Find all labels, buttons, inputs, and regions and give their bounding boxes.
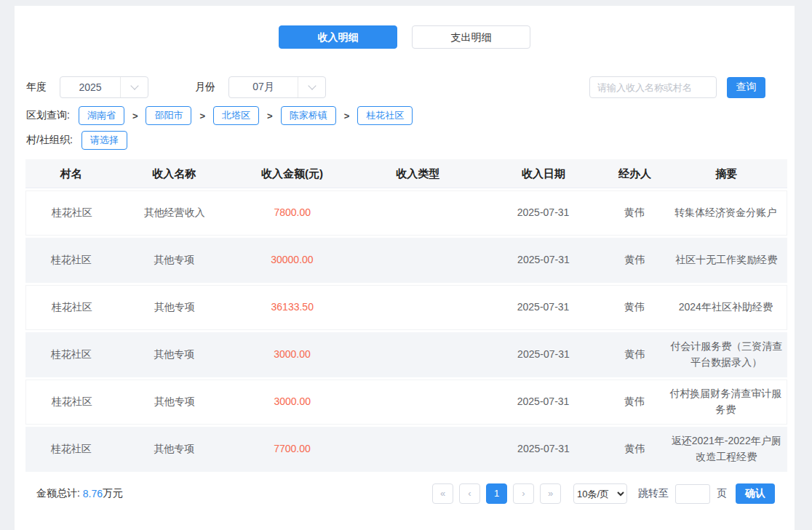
search-input[interactable]	[589, 76, 717, 98]
cell-date: 2025-07-31	[482, 441, 605, 457]
cell-operator: 黄伟	[605, 252, 666, 268]
org-label: 村/社组织:	[26, 134, 73, 147]
breadcrumb-separator: >	[132, 111, 138, 121]
breadcrumb-separator: >	[344, 111, 350, 121]
cell-name: 其他专项	[117, 394, 231, 410]
tab-expense-detail[interactable]: 支出明细	[412, 25, 530, 49]
month-label: 月份	[195, 81, 215, 94]
table-row: 桂花社区其他经营收入7800.002025-07-31黄伟转集体经济资金分账户	[25, 190, 787, 236]
confirm-jump-button[interactable]: 确认	[736, 483, 775, 504]
cell-village: 桂花社区	[26, 300, 117, 316]
total-unit: 万元	[103, 487, 123, 500]
tab-bar: 收入明细 支出明细	[15, 6, 795, 49]
page-number-button[interactable]: 1	[486, 483, 507, 504]
jump-to-label: 跳转至	[638, 487, 669, 500]
page-size-select[interactable]: 10条/页	[573, 483, 627, 504]
cell-operator: 黄伟	[605, 347, 666, 363]
jump-page-input[interactable]	[675, 484, 710, 504]
month-select[interactable]: 07月	[228, 76, 326, 98]
cell-name: 其他专项	[117, 441, 231, 457]
table-row: 桂花社区其他专项30000.002025-07-31黄伟社区十无工作奖励经费	[25, 238, 787, 283]
year-select[interactable]: 2025	[60, 76, 148, 98]
cell-amount: 7800.00	[231, 205, 353, 221]
table-header: 村名收入名称收入金额(元)收入类型收入日期经办人摘要	[25, 159, 787, 188]
income-table: 村名收入名称收入金额(元)收入类型收入日期经办人摘要 桂花社区其他经营收入780…	[25, 159, 787, 472]
cell-operator: 黄伟	[604, 205, 665, 221]
cell-village: 桂花社区	[26, 394, 117, 410]
cell-village: 桂花社区	[25, 252, 117, 268]
district-breadcrumb: 区划查询: 湖南省>邵阳市>北塔区>陈家桥镇>桂花社区	[15, 106, 795, 125]
org-row: 村/社组织: 请选择	[15, 131, 795, 150]
content-card: 收入明细 支出明细 年度 2025 月份 07月 查询 区划查询: 湖南省>邵阳…	[15, 6, 795, 530]
cell-amount: 36133.50	[231, 300, 353, 316]
table-row: 桂花社区其他专项7700.002025-07-31黄伟返还2021年-2022年…	[25, 427, 787, 472]
cell-summary: 社区十无工作奖励经费	[665, 252, 787, 268]
table-body: 桂花社区其他经营收入7800.002025-07-31黄伟转集体经济资金分账户桂…	[25, 190, 787, 472]
cell-date: 2025-07-31	[482, 252, 605, 268]
chevron-down-icon	[298, 77, 325, 97]
cell-operator: 黄伟	[604, 300, 665, 316]
cell-summary: 返还2021年-2022年户厕改造工程经费	[665, 433, 787, 465]
column-header: 收入金额(元)	[231, 165, 354, 182]
search-button[interactable]: 查询	[727, 77, 765, 98]
cell-date: 2025-07-31	[482, 394, 604, 410]
prev-page-button[interactable]: ‹	[459, 483, 480, 504]
cell-summary: 付村换届财务清查审计服务费	[665, 386, 787, 417]
cell-amount: 30000.00	[231, 252, 354, 268]
total-label: 金额总计:	[36, 487, 80, 500]
district-chip[interactable]: 陈家桥镇	[281, 106, 336, 125]
column-header: 收入类型	[353, 165, 482, 182]
table-row: 桂花社区其他专项36133.502025-07-31黄伟2024年社区补助经费	[25, 285, 787, 330]
cell-date: 2025-07-31	[482, 347, 605, 363]
tab-income-detail[interactable]: 收入明细	[279, 25, 397, 49]
cell-summary: 2024年社区补助经费	[665, 300, 787, 316]
table-row: 桂花社区其他专项3000.002025-07-31黄伟付村换届财务清查审计服务费	[25, 380, 787, 425]
month-select-value: 07月	[229, 81, 298, 94]
column-header: 经办人	[605, 165, 666, 182]
org-select-button[interactable]: 请选择	[81, 131, 127, 150]
filter-row: 年度 2025 月份 07月 查询	[15, 76, 795, 98]
district-chip[interactable]: 湖南省	[79, 106, 124, 125]
cell-summary: 付会计服务费（三资清查平台数据录入）	[665, 339, 787, 370]
year-select-value: 2025	[60, 81, 120, 93]
total-value: 8.76	[83, 488, 103, 499]
chevron-down-icon	[120, 77, 148, 97]
next-page-button[interactable]: ›	[513, 483, 534, 504]
breadcrumb-separator: >	[267, 111, 273, 121]
breadcrumb-separator: >	[199, 111, 205, 121]
first-page-button[interactable]: «	[432, 483, 453, 504]
cell-village: 桂花社区	[25, 347, 117, 363]
district-chip[interactable]: 北塔区	[213, 106, 259, 125]
cell-amount: 3000.00	[231, 347, 354, 363]
cell-date: 2025-07-31	[482, 300, 604, 316]
column-header: 收入名称	[117, 165, 231, 182]
cell-operator: 黄伟	[605, 441, 666, 457]
district-chip[interactable]: 邵阳市	[146, 106, 191, 125]
cell-village: 桂花社区	[25, 441, 117, 457]
pagination: « ‹ 1 › » 10条/页 跳转至 页 确认	[426, 483, 775, 504]
cell-village: 桂花社区	[26, 205, 117, 221]
district-chip[interactable]: 桂花社区	[357, 106, 413, 125]
column-header: 村名	[25, 165, 117, 182]
cell-amount: 3000.00	[231, 394, 353, 410]
cell-name: 其他专项	[117, 347, 231, 363]
footer-bar: 金额总计: 8.76万元 « ‹ 1 › » 10条/页 跳转至 页 确认	[15, 483, 795, 504]
page-unit-label: 页	[717, 487, 727, 500]
cell-name: 其他专项	[117, 300, 231, 316]
cell-summary: 转集体经济资金分账户	[665, 205, 787, 221]
year-label: 年度	[26, 81, 47, 94]
table-row: 桂花社区其他专项3000.002025-07-31黄伟付会计服务费（三资清查平台…	[25, 332, 787, 377]
column-header: 收入日期	[482, 165, 605, 182]
cell-operator: 黄伟	[604, 394, 665, 410]
district-label: 区划查询:	[26, 109, 70, 122]
cell-date: 2025-07-31	[482, 205, 604, 221]
last-page-button[interactable]: »	[540, 483, 561, 504]
cell-name: 其他经营收入	[117, 205, 231, 221]
column-header: 摘要	[665, 165, 787, 182]
cell-name: 其他专项	[117, 252, 231, 268]
cell-amount: 7700.00	[231, 441, 354, 457]
